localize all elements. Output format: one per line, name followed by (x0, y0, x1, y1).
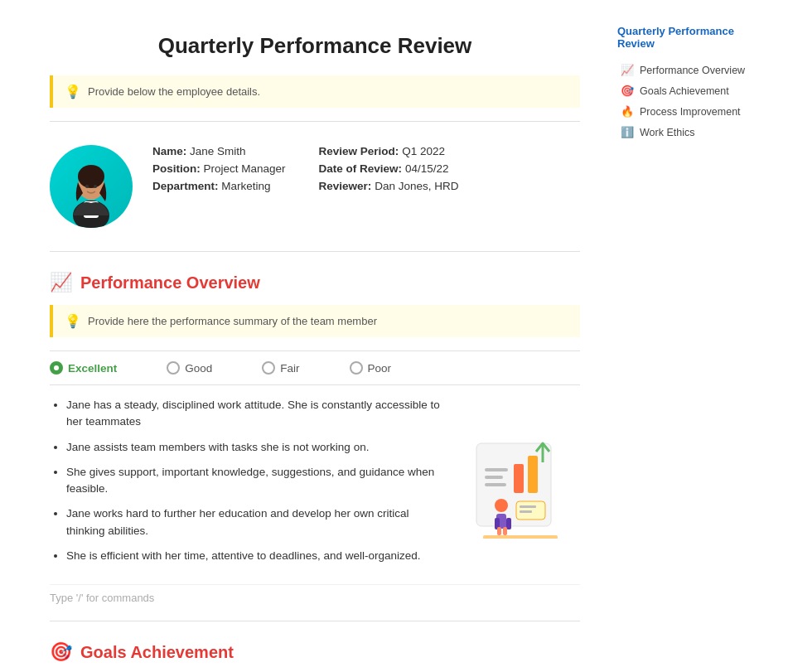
svg-rect-13 (485, 483, 506, 486)
label-good: Good (185, 362, 212, 375)
performance-hint-text: Provide here the performance summary of … (88, 315, 377, 327)
rating-fair[interactable]: Fair (262, 361, 299, 375)
rating-excellent[interactable]: Excellent (50, 361, 117, 375)
sidebar-process-icon: 🔥 (621, 105, 634, 118)
sidebar-title: Quarterly Performance Review (617, 25, 758, 50)
sidebar-item-performance[interactable]: 📈 Performance Overview (617, 60, 758, 80)
goals-section-header: 🎯 Goals Achievement (50, 641, 580, 663)
sidebar-goals-icon: 🎯 (621, 85, 634, 97)
svg-rect-8 (514, 464, 524, 493)
radio-good[interactable] (167, 361, 180, 375)
bullet-list: Jane has a steady, disciplined work atti… (50, 397, 447, 573)
department-field: Department: Marketing (152, 180, 286, 192)
svg-point-5 (85, 185, 89, 188)
svg-point-6 (94, 185, 97, 188)
svg-rect-11 (485, 468, 508, 471)
performance-hint-box: 💡 Provide here the performance summary o… (50, 305, 580, 337)
employee-section: Name: Jane Smith Position: Project Manag… (50, 132, 580, 241)
name-field: Name: Jane Smith (152, 145, 286, 157)
reviewer-field: Reviewer: Dan Jones, HRD (319, 180, 459, 192)
page-title: Quarterly Performance Review (50, 33, 580, 59)
svg-rect-22 (520, 510, 532, 513)
sidebar: Quarterly Performance Review 📈 Performan… (605, 17, 771, 672)
bullet-section: Jane has a steady, disciplined work atti… (50, 397, 580, 573)
divider-2 (50, 251, 580, 252)
goals-icon: 🎯 (50, 641, 72, 663)
sidebar-ethics-label: Work Ethics (640, 127, 694, 138)
sidebar-item-process[interactable]: 🔥 Process Improvement (617, 101, 758, 122)
main-content: Quarterly Performance Review 💡 Provide b… (0, 17, 605, 672)
date-field: Date of Review: 04/15/22 (319, 162, 459, 175)
bullet-4: Jane works hard to further her education… (66, 505, 447, 539)
bullet-2: Jane assists team members with tasks she… (66, 439, 447, 456)
review-period-field: Review Period: Q1 2022 (319, 145, 459, 157)
bullet-5: She is efficient with her time, attentiv… (66, 548, 447, 564)
performance-title: Performance Overview (80, 273, 260, 292)
rating-poor[interactable]: Poor (350, 361, 392, 375)
svg-rect-23 (483, 535, 558, 539)
svg-rect-19 (503, 527, 507, 535)
avatar (50, 145, 133, 228)
svg-point-14 (495, 499, 508, 512)
rating-good[interactable]: Good (167, 361, 212, 375)
radio-poor[interactable] (350, 361, 363, 375)
employee-details: Name: Jane Smith Position: Project Manag… (152, 145, 580, 197)
svg-rect-9 (528, 456, 538, 493)
employee-hint-box: 💡 Provide below the employee details. (50, 75, 580, 108)
employee-hint-text: Provide below the employee details. (88, 85, 260, 98)
svg-point-4 (78, 165, 104, 188)
sidebar-item-ethics[interactable]: ℹ️ Work Ethics (617, 122, 758, 143)
sidebar-performance-label: Performance Overview (640, 65, 745, 76)
svg-rect-12 (485, 476, 503, 479)
sidebar-process-label: Process Improvement (640, 106, 741, 118)
detail-col-right: Review Period: Q1 2022 Date of Review: 0… (319, 145, 459, 197)
svg-rect-18 (497, 527, 501, 535)
label-excellent: Excellent (68, 362, 117, 375)
position-field: Position: Project Manager (152, 162, 286, 175)
radio-excellent[interactable] (50, 361, 63, 375)
sidebar-performance-icon: 📈 (621, 64, 634, 76)
sidebar-item-goals[interactable]: 🎯 Goals Achievement (617, 80, 758, 101)
divider-3 (50, 621, 580, 621)
bullet-1: Jane has a steady, disciplined work atti… (66, 397, 447, 431)
performance-illustration (464, 397, 580, 573)
svg-rect-21 (520, 505, 536, 508)
rating-row: Excellent Good Fair Poor (50, 351, 580, 385)
goals-title: Goals Achievement (80, 643, 234, 662)
svg-rect-17 (506, 518, 511, 529)
divider-1 (50, 121, 580, 122)
sidebar-goals-label: Goals Achievement (640, 85, 729, 97)
performance-icon: 📈 (50, 272, 72, 293)
radio-fair[interactable] (262, 361, 275, 375)
label-fair: Fair (280, 362, 299, 375)
sidebar-ethics-icon: ℹ️ (621, 126, 634, 138)
label-poor: Poor (368, 362, 392, 375)
detail-col-left: Name: Jane Smith Position: Project Manag… (152, 145, 286, 197)
bullet-3: She gives support, important knowledge, … (66, 464, 447, 498)
hint-icon-2: 💡 (65, 313, 81, 329)
type-hint: Type '/' for commands (50, 584, 580, 611)
performance-section-header: 📈 Performance Overview (50, 272, 580, 293)
hint-icon: 💡 (65, 84, 81, 99)
